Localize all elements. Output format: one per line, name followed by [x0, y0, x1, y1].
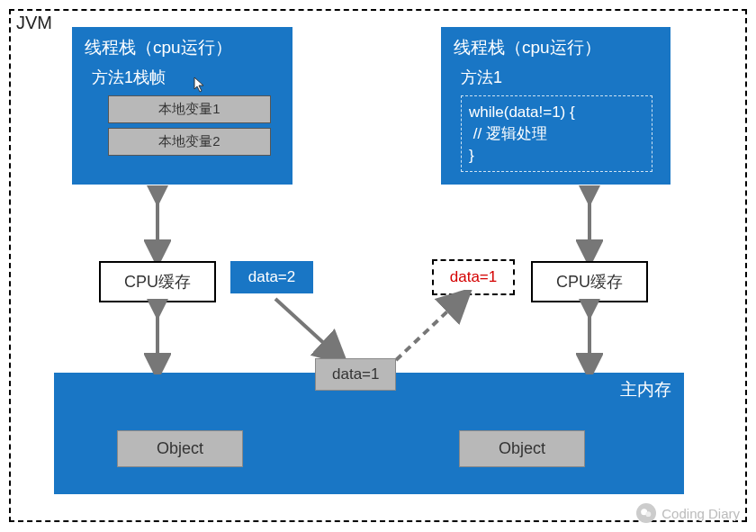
stack-title-right: 线程栈（cpu运行）: [454, 36, 660, 59]
arrow-cache-mem-left: [144, 299, 171, 374]
svg-point-7: [646, 511, 652, 517]
stack-title-left: 线程栈（cpu运行）: [85, 36, 282, 59]
wechat-icon: [636, 503, 656, 523]
watermark: Coding Diary: [636, 503, 740, 523]
thread-stack-left: 线程栈（cpu运行） 方法1栈帧 本地变量1 本地变量2: [72, 27, 292, 185]
data-value-modified: data=2: [230, 261, 313, 293]
svg-line-5: [396, 297, 463, 360]
local-var-2: 本地变量2: [108, 128, 271, 156]
arrow-stack-cache-right: [576, 185, 603, 261]
stack-frame-left: 方法1栈帧: [92, 67, 282, 88]
arrow-read-stale: [387, 290, 477, 367]
arrow-cache-mem-right: [576, 299, 603, 374]
cpu-cache-left: CPU缓存: [99, 261, 216, 302]
data-heap-value: data=1: [315, 358, 396, 391]
arrow-write-memory: [268, 295, 358, 367]
stack-frame-right: 方法1: [461, 67, 660, 88]
watermark-text: Coding Diary: [662, 506, 740, 521]
main-memory-label: 主内存: [620, 378, 671, 401]
cursor-icon: [194, 77, 206, 95]
cpu-cache-right: CPU缓存: [531, 261, 648, 302]
jvm-label: JVM: [16, 13, 52, 33]
thread-stack-right: 线程栈（cpu运行） 方法1 while(data!=1) { // 逻辑处理 …: [441, 27, 670, 185]
arrow-stack-cache-left: [144, 185, 171, 261]
local-var-1: 本地变量1: [108, 95, 271, 123]
svg-line-4: [275, 299, 338, 356]
code-block: while(data!=1) { // 逻辑处理 }: [461, 95, 652, 172]
object-left: Object: [117, 430, 243, 467]
object-right: Object: [459, 430, 585, 467]
